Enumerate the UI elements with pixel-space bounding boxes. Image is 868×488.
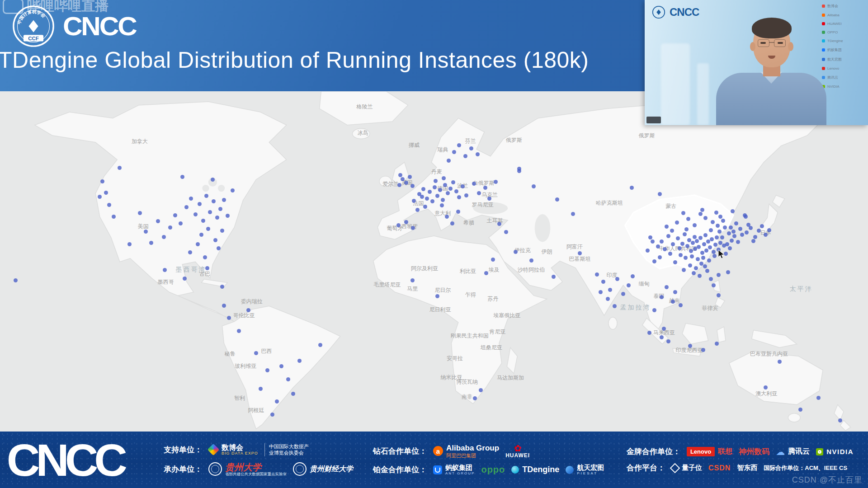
map-dot xyxy=(726,270,730,274)
map-dot xyxy=(676,236,680,240)
map-dot xyxy=(189,197,193,201)
map-dot xyxy=(683,232,687,236)
map-dot xyxy=(184,205,189,209)
speaker-ear xyxy=(750,42,755,51)
map-dot xyxy=(699,262,703,266)
map-dot xyxy=(555,197,559,202)
map-dot xyxy=(104,191,108,195)
map-dot xyxy=(720,235,724,239)
map-dot xyxy=(717,273,721,277)
map-dot xyxy=(681,211,685,215)
map-dot xyxy=(660,295,664,299)
tencent-cloud-logo: ☁ 腾讯云 xyxy=(776,447,810,456)
lenovo-box-icon: Lenovo xyxy=(687,447,715,456)
map-dot xyxy=(621,292,625,296)
speaker-glasses xyxy=(758,39,786,47)
map-dot xyxy=(286,377,290,381)
livestream-stage[interactable]: { "header": { "ccf_ring_text": "中国计算机学会"… xyxy=(0,0,868,488)
map-dot xyxy=(401,177,405,181)
map-dot xyxy=(673,260,677,264)
ccf-emblem-motif xyxy=(28,20,38,33)
guizhou-university-emblem-icon xyxy=(208,462,222,476)
map-dot xyxy=(698,236,703,240)
map-dot xyxy=(318,343,322,347)
map-dot xyxy=(215,216,219,220)
map-dot xyxy=(442,176,446,180)
map-dot xyxy=(697,245,701,249)
map-dot xyxy=(703,216,708,220)
ant-group-logo: 蚂蚁集团 ANT GROUP xyxy=(433,464,475,475)
map-dot xyxy=(476,152,480,156)
map-dot xyxy=(100,179,104,183)
map-dot xyxy=(703,233,708,237)
map-dot xyxy=(457,195,461,199)
map-dot xyxy=(472,182,476,186)
map-dot xyxy=(246,308,250,312)
map-dot xyxy=(601,280,605,284)
map-dot xyxy=(627,283,631,287)
map-dot xyxy=(721,219,725,223)
map-dot xyxy=(514,250,518,254)
map-dot xyxy=(578,251,582,255)
speaker-ear xyxy=(788,42,793,51)
map-dot xyxy=(433,185,437,189)
platinum-label: 铂金合作单位： xyxy=(373,465,427,475)
map-dot xyxy=(212,199,216,203)
ccf-logo-small xyxy=(652,5,665,19)
map-dot xyxy=(206,227,210,231)
intl-partners-text: 国际合作单位：ACM、IEEE CS xyxy=(764,464,847,472)
map-dot xyxy=(685,244,689,248)
backdrop-logo-item: 数博会 xyxy=(822,4,865,9)
map-dot xyxy=(203,255,207,259)
map-dot xyxy=(764,385,768,389)
guizhou-university-logo: 贵州大学 省部共建公共大数据国家重点实验室 xyxy=(208,462,287,476)
map-dot xyxy=(571,212,575,216)
map-dot xyxy=(487,197,491,201)
map-dot xyxy=(205,266,209,270)
map-dot xyxy=(179,221,183,225)
map-dot xyxy=(608,288,612,292)
platform-row: 合作平台： 量子位 CSDN 智东西 国际合作单位：ACM、IEEE CS xyxy=(627,463,854,473)
bilibili-watermark: 哔哩哔哩直播 xyxy=(3,0,108,15)
map-dot xyxy=(675,221,679,225)
map-dot xyxy=(705,269,709,273)
footer-group-gold-platform: 金牌合作单位： Lenovo 联想 神州数码 ☁ 腾讯云 NVIDIA 合作平台… xyxy=(627,446,854,473)
ant-group-icon xyxy=(433,465,442,474)
map-dot xyxy=(211,178,215,182)
map-dot xyxy=(648,235,652,239)
map-dot xyxy=(595,272,599,277)
map-dot xyxy=(168,225,172,230)
backdrop-light-band xyxy=(661,43,690,125)
speaker-video[interactable]: CNCC 数博会AlibabaHUAWEIOPPOTDengine蚂蚁集团航天宏… xyxy=(645,0,868,125)
map-dot xyxy=(680,242,684,246)
map-dot xyxy=(193,212,198,216)
map-dot xyxy=(757,229,761,233)
map-dot xyxy=(613,304,617,308)
map-dot xyxy=(684,227,689,231)
footer-group-diamond-platinum: 钻石合作单位： a Alibaba Group 阿里巴巴集团 ✿ HUAWEI … xyxy=(373,444,604,475)
map-dot xyxy=(651,239,655,244)
map-dot xyxy=(454,189,458,193)
map-dot xyxy=(163,268,167,272)
map-dot xyxy=(709,228,713,232)
map-dot xyxy=(599,290,603,294)
map-dot xyxy=(411,226,415,230)
csdn-logo: CSDN xyxy=(708,464,731,472)
map-dot xyxy=(711,220,715,224)
csdn-watermark: CSDN @不止百里 xyxy=(792,474,863,485)
footer-group-support-host: 支持单位： 数博会 BIG DATA EXPO 中国国际大数据产业博览会执委会 … xyxy=(164,443,353,476)
map-dot xyxy=(745,230,749,235)
map-dot xyxy=(663,247,667,251)
map-dot xyxy=(665,285,669,289)
map-dot xyxy=(443,183,447,187)
map-dot xyxy=(265,368,269,372)
map-dot xyxy=(631,274,635,278)
map-dot xyxy=(204,194,208,198)
backdrop-logo-icon xyxy=(822,5,825,8)
expo-committee-text: 中国国际大数据产业博览会执委会 xyxy=(264,443,310,456)
map-dot xyxy=(665,225,669,229)
map-dot xyxy=(701,256,705,260)
map-dot xyxy=(712,254,717,258)
map-dot xyxy=(736,240,740,244)
map-dots-layer xyxy=(0,91,868,432)
